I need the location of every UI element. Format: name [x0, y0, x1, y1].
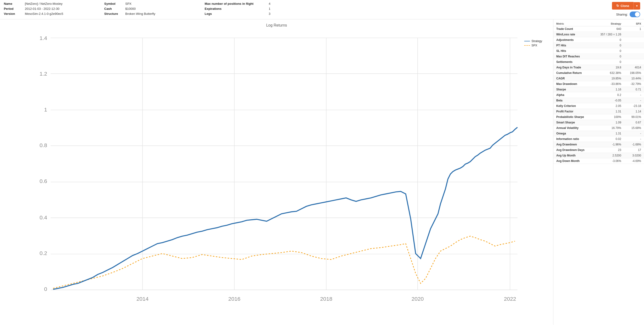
table-row: Information ratio0.02- [554, 136, 644, 142]
metric-spx-val: - [624, 131, 644, 136]
table-row: Probabilistic Sharpe100%99.01% [554, 114, 644, 120]
col-metric: Metric [554, 21, 593, 26]
table-row: Omega1.31- [554, 131, 644, 136]
chart-container: 0 0.2 0.4 0.6 0.8 1 1.2 1.4 [4, 30, 549, 318]
metric-strategy-val: -0.05 [593, 98, 624, 103]
cash-label: Cash [104, 7, 123, 11]
max-positions-label: Max number of positions in flight [205, 2, 267, 6]
metric-spx-val [624, 37, 644, 43]
table-row: Kelly Criterion2.05-23.18 [554, 103, 644, 109]
metric-spx-val: 17 [624, 147, 644, 153]
metric-strategy-val: 23 [593, 147, 624, 153]
symbol-label: Symbol [104, 2, 123, 6]
y-axis: 0 0.2 0.4 0.6 0.8 1 1.2 1.4 [40, 35, 47, 292]
clone-dropdown-button[interactable]: ▾ [634, 2, 640, 10]
metric-name: Cumulative Return [554, 70, 593, 76]
svg-text:0.2: 0.2 [40, 250, 47, 256]
metric-spx-val: -1.68% [624, 142, 644, 147]
max-positions-value: 4 [269, 2, 270, 6]
metric-name: PT Hits [554, 43, 593, 48]
table-row: Avg Down Month-3.06%-4.69% [554, 158, 644, 164]
metric-name: Avg Up Month [554, 153, 593, 158]
svg-text:2020: 2020 [412, 296, 424, 302]
header-col-1: Name [NetZero] / NetZero-Mosley Period 2… [4, 2, 104, 16]
metric-name: Information ratio [554, 136, 593, 142]
svg-text:1.2: 1.2 [40, 71, 47, 77]
metric-spx-val: 198.05% [624, 70, 644, 76]
metric-strategy-val: 2.05 [593, 103, 624, 109]
sharing-label: Sharing: [616, 13, 628, 16]
symbol-value: SPX [125, 2, 132, 6]
name-row: Name [NetZero] / NetZero-Mosley [4, 2, 104, 6]
table-row: Avg Drawdown Days2317 [554, 147, 644, 153]
header-actions: ↻ Clone ▾ Sharing: [612, 2, 640, 17]
svg-text:2016: 2016 [228, 296, 240, 302]
table-row: Alpha0.2- [554, 92, 644, 98]
col-strategy: Strategy [593, 21, 624, 26]
metric-spx-val: 4014 [624, 65, 644, 70]
metric-strategy-val: 357 / 283 = 1.26 [593, 32, 624, 37]
legend-spx-line [524, 45, 530, 46]
legend-strategy: Strategy [524, 40, 542, 43]
metric-spx-val: - [624, 92, 644, 98]
clone-btn-group[interactable]: ↻ Clone ▾ [612, 2, 640, 10]
metric-strategy-val: 1.31 [593, 131, 624, 136]
clone-button[interactable]: ↻ Clone [612, 2, 634, 10]
metric-spx-val: -4.69% [624, 158, 644, 164]
svg-text:1: 1 [44, 106, 47, 113]
metric-spx-val: 0.71 [624, 87, 644, 92]
cash-value: $10000 [125, 7, 136, 11]
metric-name: Sharpe [554, 87, 593, 92]
metric-strategy-val: -1.96% [593, 142, 624, 147]
main-content: Log Returns 0 0.2 0.4 0.6 0.8 1 1.2 [0, 19, 644, 325]
metric-strategy-val: 0 [593, 37, 624, 43]
metric-strategy-val: 0 [593, 59, 624, 65]
strategy-line [53, 127, 518, 289]
legs-row: Legs 3 [205, 12, 612, 16]
metric-name: Omega [554, 131, 593, 136]
metric-name: Beta [554, 98, 593, 103]
name-value: [NetZero] / NetZero-Mosley [25, 2, 63, 6]
metric-spx-val: -32.79% [624, 81, 644, 87]
metric-name: Settlements [554, 59, 593, 65]
sharing-row: Sharing: [616, 12, 640, 17]
metric-spx-val: 10.44% [624, 76, 644, 81]
metric-name: Alpha [554, 92, 593, 98]
legs-label: Legs [205, 12, 267, 16]
legend-spx-label: SPX [532, 44, 537, 47]
metrics-table: Metric Strategy SPX Trade Count6401Win/L… [554, 21, 644, 164]
metric-strategy-val: 0 [593, 43, 624, 48]
metric-strategy-val: -3.06% [593, 158, 624, 164]
table-row: PT Hits0 [554, 43, 644, 48]
svg-text:1.4: 1.4 [40, 35, 47, 41]
svg-text:0.6: 0.6 [40, 178, 47, 184]
chart-svg: 0 0.2 0.4 0.6 0.8 1 1.2 1.4 [4, 30, 549, 318]
vertical-grid [142, 38, 510, 290]
metric-name: CAGR [554, 76, 593, 81]
metric-spx-val: 1.14 [624, 109, 644, 114]
period-label: Period [4, 7, 23, 11]
metric-name: Probabilistic Sharpe [554, 114, 593, 120]
table-row: Avg Days in Trade19.84014 [554, 65, 644, 70]
version-value: MesoSim-2.4.1-0-g2e90ec5 [25, 12, 63, 16]
table-row: CAGR19.85%10.44% [554, 76, 644, 81]
sharing-toggle[interactable] [630, 12, 640, 17]
legs-value: 3 [269, 12, 270, 16]
table-row: Max Drawdown-33.86%-32.79% [554, 81, 644, 87]
table-row: Win/Loss rate357 / 283 = 1.26 [554, 32, 644, 37]
metric-name: Annual Volatility [554, 125, 593, 131]
spx-line [53, 236, 515, 288]
metric-name: Max DIT Reaches [554, 54, 593, 59]
table-row: Settlements0 [554, 59, 644, 65]
structure-value: Broken Wing Butterfly [125, 12, 156, 16]
metric-strategy-val: 19.85% [593, 76, 624, 81]
legend-strategy-label: Strategy [532, 40, 542, 43]
svg-text:0.8: 0.8 [40, 142, 47, 148]
metrics-header-row: Metric Strategy SPX [554, 21, 644, 26]
metric-spx-val: 3.0200 [624, 153, 644, 158]
metric-spx-val [624, 43, 644, 48]
metric-strategy-val: 0 [593, 48, 624, 54]
version-label: Version [4, 12, 23, 16]
header-col-3: Max number of positions in flight 4 Expi… [205, 2, 612, 16]
structure-label: Structure [104, 12, 123, 16]
